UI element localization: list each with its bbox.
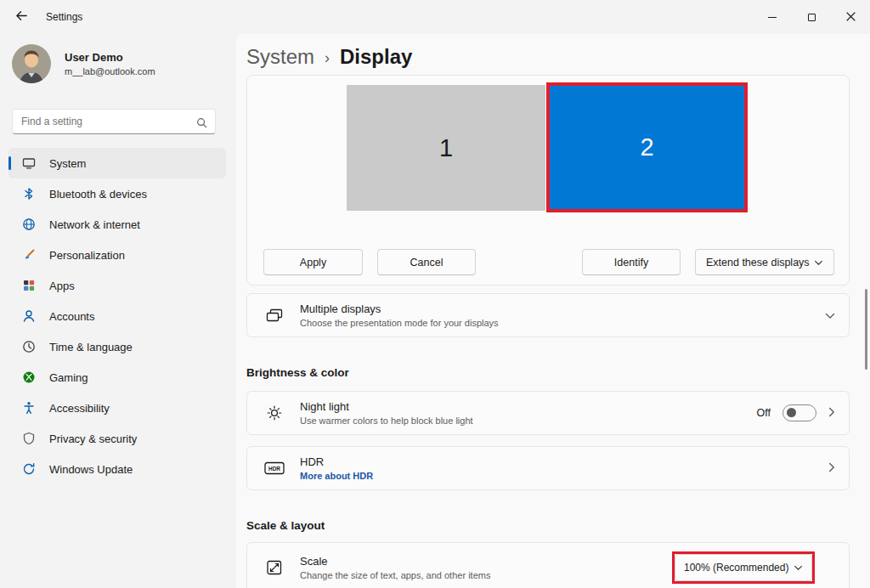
system-icon	[22, 156, 36, 170]
sidebar-item-accounts[interactable]: Accounts	[8, 301, 226, 331]
back-arrow-icon	[15, 9, 28, 25]
sidebar-item-privacy-security[interactable]: Privacy & security	[8, 423, 226, 454]
sidebar-item-label: Windows Update	[49, 463, 133, 476]
scrollbar-thumb[interactable]	[865, 289, 867, 370]
scrollbar[interactable]	[863, 38, 868, 584]
close-icon	[846, 11, 856, 24]
main-content: System › Display 1 2 Apply Cancel Identi…	[236, 34, 870, 588]
gaming-icon	[22, 370, 36, 384]
multiple-displays-icon	[264, 307, 285, 324]
section-brightness-color: Brightness & color	[246, 366, 349, 379]
scale-dropdown[interactable]: 100% (Recommended)	[675, 554, 812, 581]
avatar	[12, 44, 51, 83]
chevron-down-icon	[814, 257, 823, 269]
breadcrumb: System › Display	[246, 45, 412, 69]
search-input[interactable]	[13, 110, 188, 133]
privacy-security-icon	[22, 432, 36, 445]
extend-displays-dropdown[interactable]: Extend these displays	[695, 249, 834, 275]
scale-icon	[264, 559, 285, 576]
multiple-displays-row[interactable]: Multiple displays Choose the presentatio…	[246, 293, 850, 337]
sidebar-item-time-language[interactable]: Time & language	[8, 331, 226, 362]
user-profile[interactable]: User Demo m__lab@outlook.com	[12, 44, 155, 83]
monitor-2-label: 2	[640, 133, 653, 161]
sidebar-item-label: Network & internet	[49, 218, 140, 231]
titlebar: Settings	[0, 0, 870, 34]
monitor-1-label: 1	[439, 134, 453, 162]
user-email: m__lab@outlook.com	[65, 66, 155, 76]
hdr-row[interactable]: HDR HDR More about HDR	[246, 446, 850, 490]
night-light-toggle-label: Off	[757, 407, 771, 419]
windows-update-icon	[22, 462, 36, 476]
cancel-button[interactable]: Cancel	[377, 249, 476, 275]
sidebar-item-accessibility[interactable]: Accessibility	[8, 393, 226, 423]
sidebar-item-gaming[interactable]: Gaming	[8, 362, 226, 393]
chevron-right-icon[interactable]	[828, 405, 835, 421]
maximize-icon	[808, 14, 816, 21]
sidebar-item-label: System	[49, 157, 86, 170]
scale-subtitle: Change the size of text, apps, and other…	[300, 570, 490, 580]
night-light-subtitle: Use warmer colors to help block blue lig…	[300, 416, 473, 426]
sidebar-item-apps[interactable]: Apps	[8, 270, 226, 301]
chevron-down-icon	[794, 562, 803, 574]
settings-window: Settings User De	[0, 0, 870, 588]
breadcrumb-system[interactable]: System	[246, 45, 314, 69]
monitor-1[interactable]: 1	[347, 85, 545, 211]
minimize-button[interactable]	[753, 0, 792, 34]
scale-dropdown-highlight: 100% (Recommended)	[672, 551, 815, 584]
sidebar-item-label: Accounts	[49, 310, 94, 323]
section-scale-layout: Scale & layout	[246, 519, 325, 532]
sidebar-item-label: Time & language	[49, 341, 133, 353]
hdr-more-link[interactable]: More about HDR	[300, 471, 373, 481]
sidebar-item-personalization[interactable]: Personalization	[8, 240, 226, 270]
sidebar-item-label: Apps	[49, 280, 75, 292]
time-language-icon	[22, 340, 36, 353]
personalization-icon	[22, 248, 36, 262]
close-button[interactable]	[831, 0, 870, 34]
network-internet-icon	[22, 218, 36, 231]
night-light-icon	[264, 404, 285, 421]
sidebar-item-label: Accessibility	[49, 402, 110, 415]
sidebar-item-system[interactable]: System	[8, 148, 226, 178]
night-light-toggle[interactable]	[782, 404, 816, 421]
hdr-icon: HDR	[264, 461, 285, 475]
apply-button[interactable]: Apply	[263, 249, 363, 275]
maximize-button[interactable]	[792, 0, 831, 34]
window-title: Settings	[46, 11, 82, 23]
sidebar-item-bluetooth-devices[interactable]: Bluetooth & devices	[8, 178, 226, 209]
sidebar-item-windows-update[interactable]: Windows Update	[8, 454, 226, 484]
extend-displays-label: Extend these displays	[706, 257, 810, 269]
multiple-displays-title: Multiple displays	[300, 302, 499, 315]
back-button[interactable]	[7, 4, 36, 30]
page-title: Display	[340, 45, 412, 69]
hdr-title: HDR	[300, 455, 373, 468]
scale-row: Scale Change the size of text, apps, and…	[246, 542, 850, 588]
sidebar-item-label: Privacy & security	[49, 433, 137, 445]
night-light-row[interactable]: Night light Use warmer colors to help bl…	[246, 391, 850, 435]
user-name: User Demo	[65, 51, 155, 64]
svg-text:HDR: HDR	[268, 466, 280, 472]
chevron-right-icon[interactable]	[828, 461, 835, 476]
monitor-2-highlight: 2	[546, 82, 748, 212]
display-arrangement-card: 1 2 Apply Cancel Identify Extend these d…	[246, 75, 850, 286]
search-icon[interactable]	[196, 116, 207, 132]
chevron-down-icon[interactable]	[825, 308, 835, 323]
window-controls	[753, 0, 870, 34]
sidebar-nav: SystemBluetooth & devicesNetwork & inter…	[8, 148, 226, 484]
night-light-title: Night light	[300, 400, 473, 413]
minimize-icon	[768, 17, 777, 18]
sidebar: User Demo m__lab@outlook.com SystemBluet…	[0, 34, 236, 588]
accounts-icon	[22, 309, 36, 323]
multiple-displays-subtitle: Choose the presentation mode for your di…	[300, 318, 499, 328]
bluetooth-devices-icon	[22, 187, 36, 201]
accessibility-icon	[22, 401, 36, 415]
sidebar-item-label: Gaming	[49, 371, 88, 384]
monitor-2[interactable]: 2	[550, 86, 744, 209]
scale-title: Scale	[300, 555, 490, 568]
identify-button[interactable]: Identify	[582, 249, 681, 275]
search-box	[12, 109, 216, 134]
user-info: User Demo m__lab@outlook.com	[65, 51, 155, 76]
scale-dropdown-value: 100% (Recommended)	[684, 562, 788, 574]
sidebar-item-label: Personalization	[49, 249, 125, 262]
sidebar-item-network-internet[interactable]: Network & internet	[8, 209, 226, 240]
breadcrumb-separator: ›	[325, 48, 330, 67]
